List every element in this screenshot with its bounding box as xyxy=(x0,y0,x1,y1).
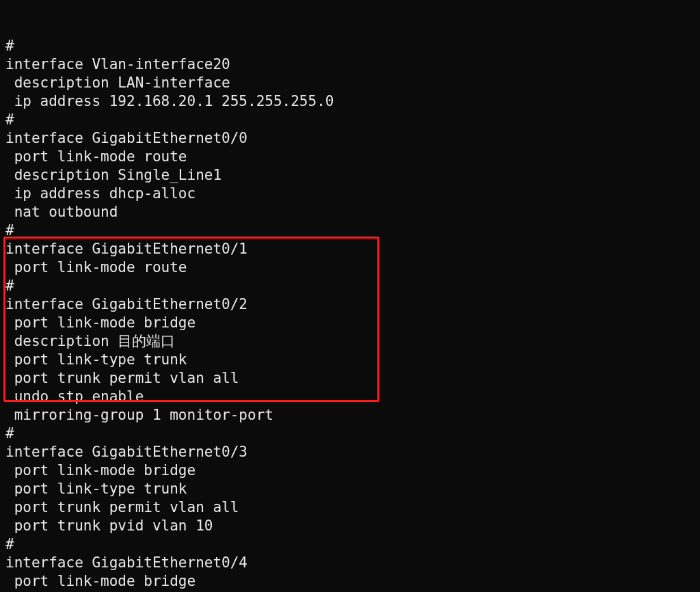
terminal-line: port link-mode bridge xyxy=(5,572,695,591)
terminal-line: mirroring-group 1 monitor-port xyxy=(5,406,695,425)
terminal-line: interface GigabitEthernet0/0 xyxy=(5,129,695,148)
terminal-line: description 目的端口 xyxy=(5,332,695,351)
terminal-line: # xyxy=(5,277,695,295)
terminal-line: port link-mode bridge xyxy=(5,314,695,332)
terminal-line: ip address 192.168.20.1 255.255.255.0 xyxy=(5,92,695,111)
terminal-line: port trunk permit vlan all xyxy=(5,498,695,517)
terminal-line: port link-type trunk xyxy=(5,351,695,369)
terminal-line: port link-mode bridge xyxy=(5,461,695,480)
terminal-line: # xyxy=(5,111,695,129)
terminal-line: description LAN-interface xyxy=(5,74,695,92)
terminal-line: nat outbound xyxy=(5,203,695,221)
terminal-line: port link-type trunk xyxy=(5,480,695,498)
terminal-line: interface GigabitEthernet0/2 xyxy=(5,295,695,314)
terminal-line: interface GigabitEthernet0/4 xyxy=(5,554,695,572)
terminal-line: port trunk pvid vlan 10 xyxy=(5,517,695,535)
terminal-line: # xyxy=(5,221,695,240)
terminal-line: # xyxy=(5,535,695,554)
terminal-line: # xyxy=(5,425,695,443)
terminal-line: interface Vlan-interface20 xyxy=(5,55,695,74)
terminal-line: undo stp enable xyxy=(5,388,695,406)
terminal-output: #interface Vlan-interface20 description … xyxy=(0,0,700,592)
terminal-line: description Single_Line1 xyxy=(5,166,695,185)
terminal-line: interface GigabitEthernet0/3 xyxy=(5,443,695,461)
terminal-line: port link-mode route xyxy=(5,148,695,166)
terminal-line: interface GigabitEthernet0/1 xyxy=(5,240,695,258)
terminal-line: ip address dhcp-alloc xyxy=(5,185,695,203)
terminal-line: port trunk permit vlan all xyxy=(5,369,695,388)
terminal-line: # xyxy=(5,37,695,55)
terminal-line: port link-mode route xyxy=(5,258,695,277)
